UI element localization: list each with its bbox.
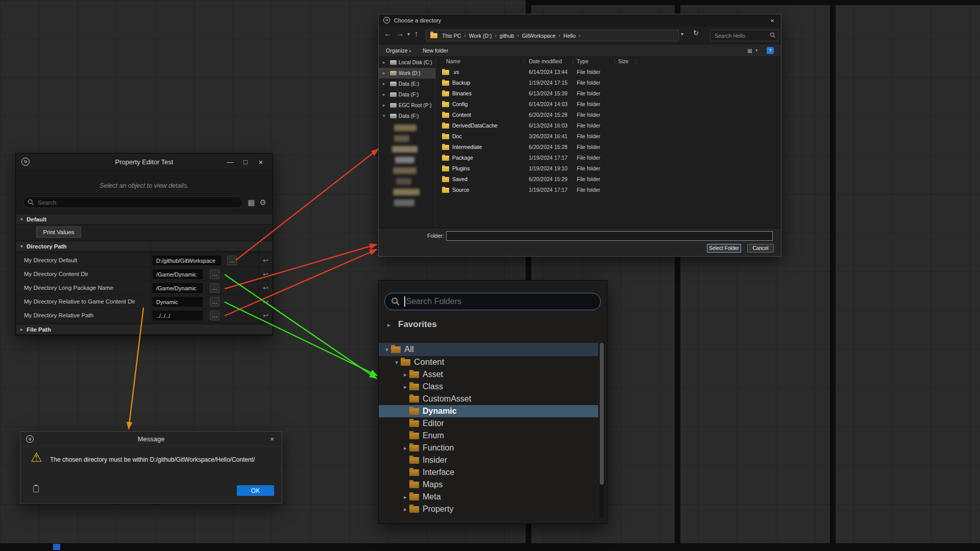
reset-to-default-icon[interactable]: ↩	[263, 267, 268, 281]
tree-item-property[interactable]: ▸ Property	[379, 503, 598, 515]
favorites-section[interactable]: ▸ Favorites	[379, 317, 607, 334]
browse-ellipsis-button[interactable]: …	[210, 269, 219, 279]
minimize-button[interactable]: —	[223, 154, 238, 170]
browse-ellipsis-button[interactable]: …	[210, 311, 219, 320]
tree-item-maps[interactable]: Maps	[379, 479, 598, 491]
breadcrumb-hello[interactable]: Hello	[562, 33, 577, 39]
close-button[interactable]: ×	[765, 14, 780, 27]
tree-item-editor[interactable]: Editor	[379, 417, 598, 430]
column-name[interactable]: Name	[446, 57, 460, 66]
view-mode-icon[interactable]: ▦	[747, 44, 752, 57]
file-row[interactable]: Saved6/20/2024 15:29File folder	[436, 174, 780, 185]
tree-item-work-d[interactable]: ▸ Work (D:)	[379, 68, 435, 79]
relative-to-content-field[interactable]	[153, 297, 203, 307]
file-row[interactable]: Config6/14/2024 14:03File folder	[436, 99, 780, 110]
tree-item-dynamic[interactable]: Dynamic	[379, 405, 598, 417]
folder-name-input[interactable]	[446, 231, 773, 241]
reset-to-default-icon[interactable]: ↩	[263, 309, 268, 322]
copy-to-clipboard-icon[interactable]	[33, 486, 39, 492]
column-splitter[interactable]	[151, 241, 151, 322]
reset-to-default-icon[interactable]: ↩	[263, 254, 268, 267]
tree-item-meta[interactable]: ▸ Meta	[379, 491, 598, 503]
directory-default-field[interactable]	[153, 256, 221, 265]
close-button[interactable]: ×	[253, 154, 268, 170]
tree-item-enum[interactable]: Enum	[379, 430, 598, 442]
tree-item-egc-root-p[interactable]: ▸ EGC Root (P:)	[379, 100, 435, 111]
tree-item-function[interactable]: ▸ Function	[379, 442, 598, 454]
cancel-button[interactable]: Cancel	[747, 244, 774, 253]
tree-item-data-e[interactable]: ▸ Data (E:)	[379, 79, 435, 89]
file-row[interactable]: Intermediate6/20/2024 15:28File folder	[436, 142, 780, 153]
tree-item-content[interactable]: ▾ Content	[379, 356, 598, 368]
search-input[interactable]	[23, 196, 243, 208]
close-button[interactable]: ×	[264, 432, 280, 446]
organize-menu[interactable]: Organize ▾	[386, 44, 411, 58]
history-chevron-icon[interactable]: ▾	[407, 31, 410, 37]
tree-item-interface[interactable]: Interface	[379, 466, 598, 479]
titlebar[interactable]: Property Editor Test — □ ×	[16, 154, 273, 170]
tree-item-customasset[interactable]: CustomAsset	[379, 393, 598, 405]
back-button[interactable]: ←	[384, 29, 391, 38]
tree-item-data-f[interactable]: ▸ Data (F:)	[379, 89, 435, 100]
file-row[interactable]: Backup1/19/2024 17:15File folder	[436, 78, 780, 88]
folder-icon	[409, 396, 419, 403]
titlebar[interactable]: Choose a directory ×	[379, 14, 781, 27]
column-splitter[interactable]	[259, 241, 259, 322]
forward-button[interactable]: →	[396, 29, 404, 38]
tree-item-local-disk-c[interactable]: ▸ Local Disk (C:)	[379, 57, 435, 68]
tree-item-class[interactable]: ▸ Class	[379, 381, 598, 393]
file-row[interactable]: Package1/19/2024 17:17File folder	[436, 153, 780, 163]
tree-item-all[interactable]: ▾ All	[379, 343, 598, 356]
tree-item-insider[interactable]: Insider	[379, 454, 598, 466]
browse-ellipsis-button[interactable]: …	[210, 283, 219, 293]
tree-item-asset[interactable]: ▸ Asset	[379, 368, 598, 381]
column-size[interactable]: Size	[618, 57, 628, 66]
print-values-button[interactable]: Print Values	[36, 227, 81, 238]
long-package-name-field[interactable]	[153, 283, 203, 293]
tree-item-data-f2[interactable]: ▾ Data (F:)	[379, 111, 435, 121]
section-directory-path[interactable]: ▾ Directory Path	[16, 241, 273, 252]
file-row[interactable]: Doc3/26/2024 16:41File folder	[436, 131, 780, 142]
column-date-modified[interactable]: Date modified	[529, 57, 562, 66]
breadcrumb-this-pc[interactable]: This PC	[440, 33, 462, 39]
column-type[interactable]: Type	[577, 57, 589, 66]
file-row[interactable]: .vs6/14/2024 13:44File folder	[436, 67, 780, 78]
column-view-icon[interactable]: ▦	[248, 198, 255, 206]
address-dropdown-icon[interactable]: ▾	[681, 31, 683, 37]
file-row[interactable]: DerivedDataCache6/13/2024 16:03File fold…	[436, 120, 780, 131]
breadcrumb-gitworkspace[interactable]: GitWorkspace	[521, 33, 557, 39]
new-folder-button[interactable]: New folder	[423, 44, 448, 57]
file-row[interactable]: Content6/20/2024 15:28File folder	[436, 110, 780, 120]
browse-ellipsis-button[interactable]: …	[227, 256, 237, 265]
view-dropdown-icon[interactable]: ▾	[755, 44, 757, 57]
help-icon[interactable]: ?	[767, 47, 774, 54]
reset-to-default-icon[interactable]: ↩	[263, 295, 268, 309]
settings-gear-icon[interactable]: ⚙	[260, 198, 266, 206]
file-row[interactable]: Plugins1/19/2024 19:10File folder	[436, 163, 780, 174]
folder-icon	[442, 166, 449, 171]
maximize-button[interactable]: □	[238, 154, 253, 170]
up-button[interactable]: ↑	[414, 29, 419, 38]
relative-path-field[interactable]	[153, 311, 203, 320]
breadcrumb-work-d[interactable]: Work (D:)	[468, 33, 494, 39]
column-divider[interactable]	[615, 58, 615, 65]
select-folder-button[interactable]: Select Folder	[707, 244, 741, 253]
explorer-search-input[interactable]	[710, 30, 778, 41]
scrollbar-track[interactable]	[599, 343, 604, 518]
scrollbar-thumb[interactable]	[600, 343, 604, 485]
search-folders-input[interactable]: Search Folders	[384, 293, 601, 310]
file-row[interactable]: Source1/19/2024 17:17File folder	[436, 185, 780, 195]
breadcrumb-github[interactable]: github	[498, 33, 516, 39]
section-file-path[interactable]: ▸ File Path	[16, 324, 273, 335]
titlebar[interactable]: Message ×	[20, 432, 282, 446]
column-divider[interactable]	[636, 58, 636, 65]
content-dir-field[interactable]	[153, 269, 203, 279]
refresh-icon[interactable]: ↻	[693, 29, 699, 37]
reset-to-default-icon[interactable]: ↩	[263, 281, 268, 295]
file-row[interactable]: Binaries6/13/2024 15:39File folder	[436, 88, 780, 99]
section-default[interactable]: ▾ Default	[16, 214, 273, 224]
browse-ellipsis-button[interactable]: …	[210, 297, 219, 307]
column-divider[interactable]	[573, 58, 573, 65]
ok-button[interactable]: OK	[237, 485, 274, 496]
column-divider[interactable]	[524, 58, 524, 65]
